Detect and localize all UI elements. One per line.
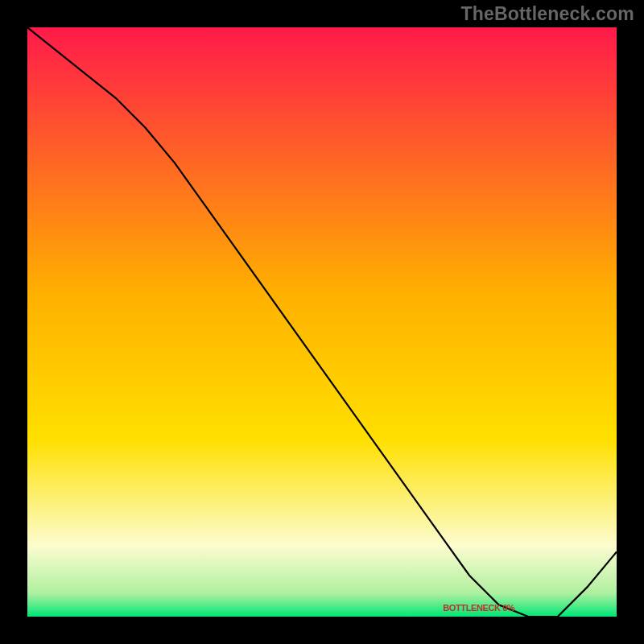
watermark-label: TheBottleneck.com (460, 3, 634, 25)
plot-area: BOTTLENECK 0% (27, 27, 617, 617)
chart-container: TheBottleneck.com BOTTLENECK 0% (0, 0, 644, 644)
chart-svg (27, 27, 617, 617)
series-annotation: BOTTLENECK 0% (443, 603, 514, 613)
gradient-background (27, 27, 617, 617)
